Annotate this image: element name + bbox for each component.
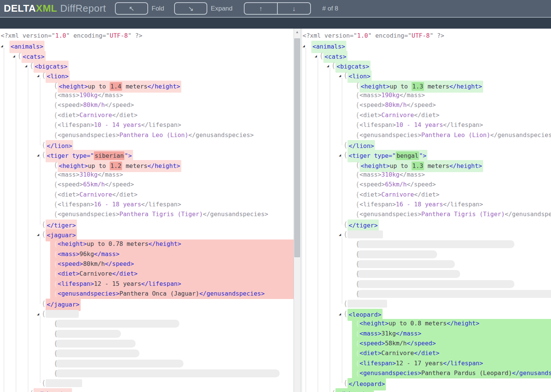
tree-expander-icon[interactable]: ◢ <box>37 309 39 319</box>
scrollbar-thumb[interactable] <box>294 38 300 257</box>
xml-token: </diet> <box>414 111 439 119</box>
result-xml-pane[interactable]: <?xml version="1.0" encoding="UTF-8" ?>◢… <box>302 29 551 392</box>
brand-delta: DELTA <box>4 3 36 14</box>
xml-token: 65km/h <box>385 181 407 188</box>
xml-token: "> <box>419 152 426 159</box>
expand-button[interactable]: ↘ <box>174 2 207 15</box>
xml-row: ◢(<cats> <box>302 51 551 61</box>
xml-code-line: <lifespan>16 - 18 years</lifespan> <box>58 200 181 209</box>
xml-token: <lifespan> <box>58 201 94 208</box>
tree-expander-icon[interactable]: ◢ <box>339 71 341 81</box>
xml-token: <height> <box>59 83 88 90</box>
xml-row: (<height>up to 0.8 meters</height> <box>302 319 551 329</box>
tree-expander-icon[interactable]: ◢ <box>37 230 39 239</box>
diff-nav-group: ↑ ↓ <box>244 2 311 15</box>
tree-expander-icon[interactable]: ◢ <box>327 61 329 71</box>
xml-row: (<height>up to 1.2 meters</height> <box>0 160 294 170</box>
xml-token: </diet> <box>414 349 439 357</box>
xml-token: </diet> <box>414 191 439 198</box>
xml-token: 58km/h <box>385 340 407 347</box>
expand-label: Expand <box>211 5 233 12</box>
fold-hook-icon: ( <box>355 110 360 120</box>
tree-expander-icon[interactable]: ◢ <box>1 41 3 51</box>
fold-hook-icon: ( <box>54 160 58 170</box>
xml-token: <speed> <box>58 181 83 188</box>
fold-button[interactable]: ↖ <box>115 2 148 15</box>
xml-token: <lifespan> <box>58 280 94 287</box>
tree-expander-icon[interactable]: ◢ <box>315 51 317 61</box>
xml-token: meters <box>122 83 147 90</box>
tree-expander-icon[interactable]: ◢ <box>339 309 341 319</box>
fold-hook-icon: ( <box>355 239 360 249</box>
xml-token: Carnivore <box>381 191 414 198</box>
xml-code-line: <diet>Carnivore</diet> <box>360 110 439 120</box>
xml-token: Panthera Pardus (Leopard) <box>421 369 512 377</box>
tree-expander-icon[interactable]: ◢ <box>303 41 305 51</box>
xml-code-line: <lifespan>12 - 15 years</lifespan> <box>58 279 181 289</box>
xml-row: (</tiger> <box>0 220 294 230</box>
expand-arrow-icon: ↘ <box>188 3 194 14</box>
fold-hook-icon: ( <box>355 130 360 140</box>
xml-token: 1.3 <box>412 162 424 170</box>
xml-code-line: <speed>80km/h</speed> <box>360 100 436 110</box>
xml-token: <speed> <box>360 101 385 108</box>
xml-token: </height> <box>148 240 181 247</box>
xml-token: <genusandspecies> <box>360 131 421 139</box>
tree-expander-icon[interactable]: ◢ <box>339 230 341 239</box>
tree-expander-icon[interactable]: ◢ <box>37 150 39 160</box>
xml-token: </lion> <box>47 142 72 149</box>
fold-hook-icon: ( <box>355 269 360 279</box>
tree-expander-icon[interactable]: ◢ <box>13 51 15 61</box>
fold-hook-icon: ( <box>54 289 58 299</box>
xml-row: (<diet>Carnivore</diet> <box>0 110 294 120</box>
xml-token: "> <box>124 152 132 159</box>
fold-hook-icon: ( <box>54 170 58 180</box>
xml-row: (<speed>80km/h</speed> <box>0 259 294 269</box>
fold-hook-icon: ( <box>54 81 58 90</box>
xml-row: (<genusandspecies>Panthera Tigris (Tiger… <box>302 209 551 220</box>
app-logo: DELTAXMLDiffReport <box>4 3 106 14</box>
xml-row: ◢(<lion> <box>302 70 551 81</box>
xml-token: 12 - 15 years <box>94 280 141 287</box>
xml-row: ◢( <box>0 309 294 319</box>
xml-token: <mass> <box>360 330 381 337</box>
xml-token: <animals> <box>312 43 345 50</box>
xml-row: (<mass>310kg</mass> <box>302 170 551 180</box>
next-diff-button[interactable]: ↓ <box>278 3 310 14</box>
xml-code-line: <lifespan>10 - 14 years</lifespan> <box>58 120 181 130</box>
xml-token: <lion> <box>349 73 370 80</box>
xml-code-line: <genusandspecies>Panthera Pardus (Leopar… <box>360 368 551 378</box>
previous-diff-button[interactable]: ↑ <box>245 3 278 14</box>
xml-code-line: <mass>310kg</mass> <box>360 170 425 180</box>
xml-token: </genusandspecies> <box>490 131 551 139</box>
xml-token: 10 - 14 years <box>396 121 443 128</box>
xml-token: </height> <box>147 83 180 90</box>
scrollbar-up-button[interactable]: ▲ <box>294 29 300 35</box>
xml-token: <diet> <box>58 191 80 198</box>
tree-expander-icon[interactable]: ◢ <box>25 61 27 71</box>
fold-hook-icon: ( <box>355 200 360 209</box>
xml-token: <jaguar> <box>47 232 76 239</box>
source-xml-pane[interactable]: <?xml version="1.0" encoding="UTF-8" ?>◢… <box>0 29 294 392</box>
xml-token: </diet> <box>112 270 138 277</box>
xml-token: <cats> <box>324 53 346 60</box>
xml-token: </bigcats> <box>35 390 71 392</box>
left-pane-scrollbar[interactable]: ▲ <box>294 29 301 392</box>
xml-token: <genusandspecies> <box>360 210 421 218</box>
xml-code-line: <genusandspecies>Panthera Tigris (Tiger)… <box>58 209 268 219</box>
tree-expander-icon[interactable]: ◢ <box>37 71 39 81</box>
xml-token: 310kg <box>381 171 399 178</box>
fold-hook-icon: ( <box>54 339 58 348</box>
fold-hook-icon: ( <box>343 140 347 150</box>
xml-code-line: <lifespan>10 - 14 years</lifespan> <box>360 120 483 130</box>
tree-expander-icon[interactable]: ◢ <box>339 150 341 160</box>
xml-code-line: <speed>65km/h</speed> <box>360 180 436 189</box>
xml-row: ◢(<cats> <box>0 51 294 61</box>
xml-token: 80km/h <box>83 260 105 267</box>
xml-token: <speed> <box>360 340 385 347</box>
xml-token: 1.0 <box>55 32 66 39</box>
fold-hook-icon: ( <box>54 100 58 110</box>
xml-token: </diet> <box>112 191 138 198</box>
fold-hook-icon: ( <box>343 150 347 160</box>
fold-hook-icon: ( <box>54 209 58 219</box>
